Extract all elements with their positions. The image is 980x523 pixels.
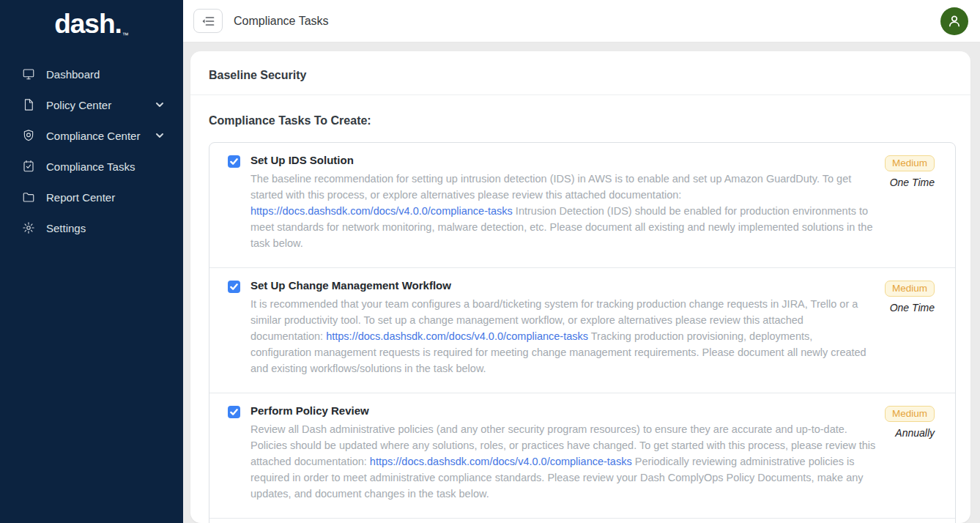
gear-icon xyxy=(22,221,35,234)
sidebar-item-label: Dashboard xyxy=(46,68,100,81)
task-meta: Medium Annually xyxy=(882,404,935,502)
folder-icon xyxy=(22,190,35,204)
frequency-label: One Time xyxy=(890,302,935,314)
description-text: The baseline recommendation for setting … xyxy=(250,173,851,201)
page-title: Compliance Tasks xyxy=(234,15,329,28)
severity-badge: Medium xyxy=(885,406,935,422)
task-title: Perform Policy Review xyxy=(250,404,876,417)
task-description: The baseline recommendation for setting … xyxy=(250,171,876,251)
frequency-label: Annually xyxy=(895,427,935,439)
task-list: Set Up IDS Solution The baseline recomme… xyxy=(209,142,956,523)
check-icon xyxy=(230,408,238,416)
clipboard-check-icon xyxy=(22,160,35,173)
sidebar-item-label: Policy Center xyxy=(46,99,111,111)
task-checkbox[interactable] xyxy=(228,406,240,418)
severity-badge: Medium xyxy=(885,281,935,297)
app-logo: dash.™ xyxy=(0,0,183,51)
task-description: It is recommended that your team configu… xyxy=(250,296,876,377)
content-area: Baseline Security Compliance Tasks To Cr… xyxy=(183,42,980,523)
task-row: Set Up Change Management Workflow It is … xyxy=(209,267,955,393)
person-icon xyxy=(946,12,963,30)
task-title: Set Up Change Management Workflow xyxy=(250,279,876,292)
sidebar-collapse-icon xyxy=(201,16,215,26)
section-title: Compliance Tasks To Create: xyxy=(209,114,956,127)
sidebar-collapse-button[interactable] xyxy=(193,9,223,33)
task-row: Set Up IDS Solution The baseline recomme… xyxy=(209,143,955,267)
sidebar-nav: Dashboard Policy Center Compliance Cente… xyxy=(0,51,183,243)
check-icon xyxy=(230,283,238,291)
task-checkbox[interactable] xyxy=(228,155,240,168)
top-bar: Compliance Tasks xyxy=(183,0,980,42)
documentation-link[interactable]: https://docs.dashsdk.com/docs/v4.0.0/com… xyxy=(370,456,632,467)
trademark-symbol: ™ xyxy=(122,31,129,39)
task-content: Set Up IDS Solution The baseline recomme… xyxy=(240,154,882,251)
sidebar: dash.™ Dashboard Policy Center Complianc… xyxy=(0,0,183,523)
main-column: Compliance Tasks Baseline Security Compl… xyxy=(183,0,980,523)
document-icon xyxy=(22,98,35,111)
task-title: Set Up IDS Solution xyxy=(250,154,876,166)
sidebar-item-label: Compliance Center xyxy=(46,130,140,142)
sidebar-item-compliance-center[interactable]: Compliance Center xyxy=(0,120,183,151)
sidebar-item-label: Settings xyxy=(46,222,86,234)
task-description: Review all Dash administrative policies … xyxy=(250,421,876,502)
task-row: Test Production Backup Restoration Test … xyxy=(209,518,955,523)
sidebar-item-dashboard[interactable]: Dashboard xyxy=(0,59,183,89)
task-meta: Medium One Time xyxy=(882,154,935,251)
avatar[interactable] xyxy=(940,7,968,35)
shield-icon xyxy=(22,129,35,142)
baseline-security-card: Baseline Security Compliance Tasks To Cr… xyxy=(190,51,970,523)
sidebar-item-policy-center[interactable]: Policy Center xyxy=(0,89,183,120)
card-title: Baseline Security xyxy=(190,51,970,95)
sidebar-item-compliance-tasks[interactable]: Compliance Tasks xyxy=(0,151,183,182)
severity-badge: Medium xyxy=(885,155,935,171)
card-body: Compliance Tasks To Create: Set Up IDS S… xyxy=(190,95,970,523)
task-meta: Medium One Time xyxy=(882,279,935,377)
task-row: Perform Policy Review Review all Dash ad… xyxy=(209,393,955,518)
monitor-icon xyxy=(22,67,35,81)
frequency-label: One Time xyxy=(890,177,935,188)
sidebar-item-label: Compliance Tasks xyxy=(46,160,135,173)
task-checkbox[interactable] xyxy=(228,281,240,293)
sidebar-item-settings[interactable]: Settings xyxy=(0,212,183,243)
check-icon xyxy=(230,157,238,166)
task-content: Set Up Change Management Workflow It is … xyxy=(240,279,882,377)
sidebar-item-report-center[interactable]: Report Center xyxy=(0,182,183,212)
chevron-down-icon xyxy=(155,100,164,109)
documentation-link[interactable]: https://docs.dashsdk.com/docs/v4.0.0/com… xyxy=(250,205,513,217)
task-content: Perform Policy Review Review all Dash ad… xyxy=(240,404,882,502)
documentation-link[interactable]: https://docs.dashsdk.com/docs/v4.0.0/com… xyxy=(326,330,588,342)
chevron-down-icon xyxy=(155,131,164,140)
sidebar-item-label: Report Center xyxy=(46,191,115,204)
